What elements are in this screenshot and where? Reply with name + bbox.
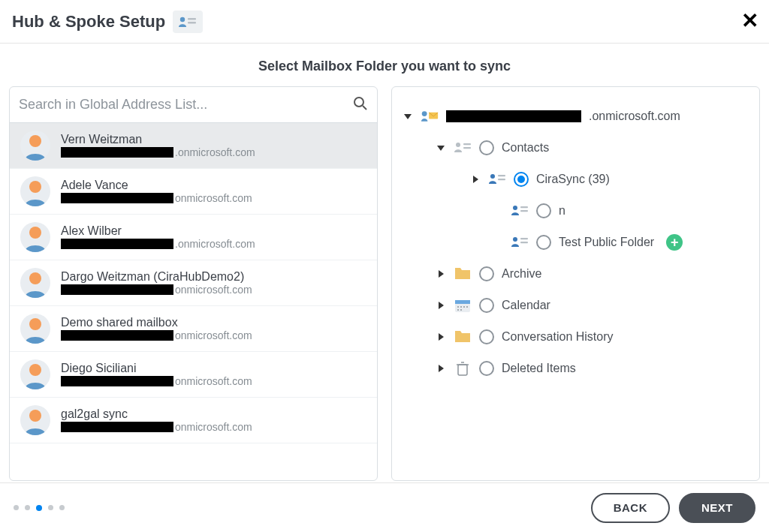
tree-node-test-public[interactable]: Test Public Folder + xyxy=(403,227,749,258)
tree-node-deleted-items[interactable]: Deleted Items xyxy=(403,353,749,384)
svg-rect-17 xyxy=(463,143,471,145)
tree-node-contacts[interactable]: Contacts xyxy=(403,132,749,164)
svg-rect-32 xyxy=(455,300,470,304)
list-item[interactable]: Alex Wilber .onmicrosoft.com xyxy=(10,215,377,260)
avatar xyxy=(20,131,50,161)
svg-marker-19 xyxy=(473,176,478,183)
radio-button[interactable] xyxy=(536,203,551,218)
list-item[interactable]: Adele Vance onmicrosoft.com xyxy=(10,169,377,215)
search-input[interactable] xyxy=(19,97,353,113)
user-email: .onmicrosoft.com xyxy=(61,238,366,250)
user-email: onmicrosoft.com xyxy=(61,329,366,341)
avatar xyxy=(20,222,50,252)
next-button[interactable]: NEXT xyxy=(679,493,755,523)
dialog-header: Hub & Spoke Setup ✕ xyxy=(0,0,769,44)
svg-marker-40 xyxy=(439,365,444,372)
radio-button[interactable] xyxy=(514,172,529,187)
contact-card-icon xyxy=(173,11,203,33)
svg-rect-1 xyxy=(188,18,196,20)
tree-node-n[interactable]: n xyxy=(403,195,749,227)
user-name: Demo shared mailbox xyxy=(61,316,366,329)
avatar xyxy=(20,176,50,206)
svg-point-5 xyxy=(29,135,41,147)
svg-point-33 xyxy=(457,306,459,308)
svg-point-10 xyxy=(29,364,41,376)
caret-right-icon[interactable] xyxy=(436,332,446,342)
svg-point-7 xyxy=(29,227,41,239)
svg-rect-2 xyxy=(188,22,196,24)
user-email: onmicrosoft.com xyxy=(61,192,366,204)
caret-right-icon[interactable] xyxy=(436,300,446,311)
wizard-footer: BACK NEXT xyxy=(0,482,769,532)
list-item[interactable]: Demo shared mailbox onmicrosoft.com xyxy=(10,306,377,352)
trash-icon xyxy=(454,361,472,376)
radio-button[interactable] xyxy=(536,235,551,250)
svg-rect-22 xyxy=(498,179,505,180)
svg-point-35 xyxy=(463,306,465,308)
radio-button[interactable] xyxy=(479,329,494,344)
user-name: Vern Weitzman xyxy=(61,133,366,146)
back-button[interactable]: BACK xyxy=(591,493,670,523)
folder-tree: .onmicrosoft.com Contacts CiraSync (39) xyxy=(392,87,759,398)
svg-rect-27 xyxy=(520,238,528,239)
user-name: Adele Vance xyxy=(61,179,366,192)
svg-point-20 xyxy=(490,174,495,179)
tree-label: Archive xyxy=(502,267,541,281)
mailbox-icon xyxy=(421,109,439,124)
contact-card-icon xyxy=(488,172,506,187)
close-icon[interactable]: ✕ xyxy=(741,11,758,32)
list-item[interactable]: gal2gal sync onmicrosoft.com xyxy=(10,398,377,443)
svg-marker-12 xyxy=(404,114,412,119)
contact-card-icon xyxy=(511,203,529,218)
avatar xyxy=(20,314,50,344)
radio-button[interactable] xyxy=(479,140,494,155)
user-name: gal2gal sync xyxy=(61,407,366,421)
svg-rect-28 xyxy=(520,242,528,243)
svg-point-38 xyxy=(460,309,462,311)
svg-point-11 xyxy=(29,410,41,422)
svg-rect-21 xyxy=(498,175,505,176)
calendar-icon xyxy=(454,298,472,313)
redacted-text xyxy=(446,110,581,122)
svg-point-26 xyxy=(513,237,517,242)
user-email: onmicrosoft.com xyxy=(61,284,366,296)
radio-button[interactable] xyxy=(479,298,494,313)
folder-icon xyxy=(454,266,472,281)
caret-down-icon[interactable] xyxy=(436,143,446,153)
caret-right-icon[interactable] xyxy=(436,269,446,279)
user-name: Alex Wilber xyxy=(61,224,366,238)
address-list-panel: Vern Weitzman .onmicrosoft.com Adele Van… xyxy=(9,86,378,481)
step-dot xyxy=(48,505,53,510)
radio-button[interactable] xyxy=(479,361,494,376)
svg-rect-24 xyxy=(520,206,528,208)
tree-node-conversation-history[interactable]: Conversation History xyxy=(403,321,749,353)
user-email: .onmicrosoft.com xyxy=(61,146,366,158)
tree-root[interactable]: .onmicrosoft.com xyxy=(403,101,749,132)
svg-point-36 xyxy=(466,306,468,308)
add-folder-button[interactable]: + xyxy=(666,234,683,251)
svg-rect-25 xyxy=(520,210,528,212)
caret-right-icon[interactable] xyxy=(436,363,446,374)
search-icon[interactable] xyxy=(353,96,368,114)
search-bar xyxy=(10,87,377,123)
step-dot xyxy=(36,505,42,511)
user-name: Diego Siciliani xyxy=(61,362,366,375)
tree-node-calendar[interactable]: Calendar xyxy=(403,290,749,321)
contacts-icon xyxy=(454,140,472,155)
caret-right-icon[interactable] xyxy=(470,174,481,185)
caret-down-icon[interactable] xyxy=(403,111,413,122)
tree-node-cirasync[interactable]: CiraSync (39) xyxy=(403,164,749,195)
tree-label: Conversation History xyxy=(502,330,614,344)
folder-icon xyxy=(454,329,472,344)
list-item[interactable]: Diego Siciliani onmicrosoft.com xyxy=(10,352,377,398)
tree-label: Calendar xyxy=(502,299,550,312)
step-indicator xyxy=(14,505,65,511)
tree-node-archive[interactable]: Archive xyxy=(403,258,749,290)
user-email: onmicrosoft.com xyxy=(61,421,366,433)
list-item[interactable]: Dargo Weitzman (CiraHubDemo2) onmicrosof… xyxy=(10,260,377,306)
svg-point-9 xyxy=(29,318,41,330)
radio-button[interactable] xyxy=(479,266,494,281)
page-title: Hub & Spoke Setup xyxy=(12,12,165,32)
list-item[interactable]: Vern Weitzman .onmicrosoft.com xyxy=(10,123,377,169)
svg-marker-30 xyxy=(439,302,444,309)
